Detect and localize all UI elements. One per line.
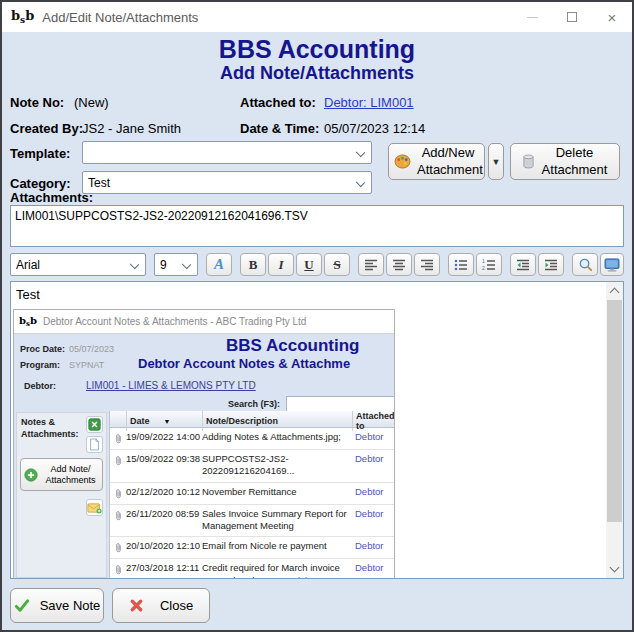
maximize-button[interactable] — [552, 2, 592, 32]
created-by-value: JS2 - Jane Smith — [82, 121, 181, 136]
table-row[interactable]: 20/10/2020 12:10 Email from Nicole re pa… — [110, 537, 394, 559]
mail-plus-icon — [87, 502, 102, 514]
note-editor[interactable]: Test bsb Debtor Account Notes & Attachme… — [10, 281, 624, 579]
embedded-titlebar: bsb Debtor Account Notes & Attachments -… — [14, 310, 394, 334]
attached-to-link[interactable]: Debtor — [355, 508, 384, 519]
notes-attachments-label: Notes & Attachments: — [21, 417, 79, 440]
note-description: November Remittance — [202, 486, 352, 500]
attachments-list[interactable]: LIM001\SUPPCOSTS2-JS2-20220912162041696.… — [10, 205, 624, 247]
embedded-body: Proc Date: 05/07/2023 Program: SYPNAT BB… — [14, 335, 394, 578]
magnifier-icon — [578, 257, 593, 272]
note-body-text: Test — [16, 287, 40, 302]
new-document-button[interactable] — [86, 436, 103, 453]
note-date: 15/09/2022 09:38 — [126, 453, 202, 478]
add-attachment-dropdown-button[interactable]: ▼ — [488, 143, 504, 180]
screen-view-button[interactable] — [600, 253, 624, 276]
attached-to-link[interactable]: Debtor — [355, 453, 384, 464]
paperclip-icon — [110, 431, 126, 445]
scroll-down-button[interactable] — [606, 561, 623, 578]
chevron-down-icon — [182, 260, 191, 269]
table-row[interactable]: 15/09/2022 09:38 SUPPCOSTS2-JS2-20220912… — [110, 450, 394, 483]
attached-to-label: Attached to: — [240, 95, 316, 110]
check-icon — [14, 598, 30, 613]
paperclip-icon — [110, 540, 126, 554]
attachment-item[interactable]: LIM001\SUPPCOSTS2-JS2-20220912162041696.… — [15, 209, 308, 223]
note-description: SUPPCOSTS2-JS2-2022091216204169... — [202, 453, 352, 478]
align-center-icon — [392, 259, 406, 271]
close-dialog-button[interactable]: Close — [112, 588, 210, 623]
maximize-icon — [567, 12, 577, 22]
category-value: Test — [88, 176, 110, 190]
note-date: 19/09/2022 14:00 — [126, 431, 202, 445]
indent-button[interactable] — [538, 253, 564, 276]
table-row[interactable]: 19/09/2022 14:00 Adding Notes & Attachme… — [110, 428, 394, 450]
align-center-button[interactable] — [386, 253, 412, 276]
note-no-label: Note No: — [10, 95, 64, 110]
italic-button[interactable]: I — [268, 253, 294, 276]
scroll-up-button[interactable] — [606, 282, 623, 299]
paperclip-icon — [110, 486, 126, 500]
table-row[interactable]: 02/12/2020 10:12 November Remittance Deb… — [110, 483, 394, 505]
attached-to-link[interactable]: Debtor — [355, 562, 384, 573]
debtor-link[interactable]: LIM001 - LIMES & LEMONS PTY LTD — [86, 380, 256, 391]
zoom-button[interactable] — [572, 253, 598, 276]
search-input[interactable] — [286, 396, 395, 412]
template-label: Template: — [10, 146, 70, 161]
created-by-label: Created By: — [10, 121, 83, 136]
note-description: Adding Notes & Attachments.jpg; — [202, 431, 352, 445]
numbered-list-button[interactable]: 12 — [476, 253, 502, 276]
embedded-sidebar: Notes & Attachments: Add Note/ Attachmen… — [16, 412, 107, 578]
palette-icon — [394, 154, 411, 169]
add-note-attachments-button[interactable]: Add Note/ Attachments — [20, 458, 103, 491]
font-style-button[interactable]: A — [206, 253, 232, 276]
note-no-value: (New) — [74, 95, 109, 110]
align-right-button[interactable] — [414, 253, 440, 276]
sort-descending-icon: ▼ — [164, 418, 171, 425]
attached-to-column-header[interactable]: Attached to — [352, 411, 395, 431]
svg-text:2: 2 — [482, 265, 485, 271]
excel-icon — [88, 418, 101, 431]
paperclip-column-header[interactable] — [110, 411, 126, 431]
window-title: Add/Edit Note/Attachments — [42, 10, 198, 25]
description-column-header[interactable]: Note/Description — [202, 411, 352, 431]
email-attach-button[interactable] — [86, 499, 103, 516]
app-title: BBS Accounting — [2, 35, 632, 64]
date-column-header[interactable]: Date▼ — [126, 411, 202, 431]
bullet-list-button[interactable] — [448, 253, 474, 276]
table-row[interactable]: 27/03/2018 12:11 Credit required for Mar… — [110, 559, 394, 578]
add-new-attachment-button[interactable]: Add/New Attachment — [388, 143, 485, 180]
datetime-value: 05/07/2023 12:14 — [324, 121, 425, 136]
chevron-down-icon — [356, 178, 365, 187]
outdent-button[interactable] — [510, 253, 536, 276]
font-family-select[interactable]: Arial — [10, 253, 146, 276]
font-size-value: 9 — [160, 258, 167, 272]
numbered-list-icon: 12 — [482, 259, 496, 271]
titlebar: bsb Add/Edit Note/Attachments × — [2, 2, 632, 32]
paperclip-icon — [110, 453, 126, 478]
close-button[interactable]: × — [592, 2, 632, 32]
dialog-subtitle: Add Note/Attachments — [2, 63, 632, 84]
export-excel-button[interactable] — [86, 416, 103, 433]
category-select[interactable]: Test — [82, 171, 372, 194]
note-date: 27/03/2018 12:11 — [126, 562, 202, 578]
chevron-down-icon — [356, 148, 365, 157]
align-left-button[interactable] — [358, 253, 384, 276]
template-select[interactable] — [82, 141, 372, 164]
note-date: 26/11/2020 08:59 — [126, 508, 202, 533]
bold-button[interactable]: B — [240, 253, 266, 276]
scrollbar-thumb[interactable] — [607, 300, 622, 522]
table-row[interactable]: 26/11/2020 08:59 Sales Invoice Summary R… — [110, 505, 394, 538]
attached-to-link[interactable]: Debtor — [355, 486, 384, 497]
font-size-select[interactable]: 9 — [154, 253, 198, 276]
minimize-button[interactable] — [512, 2, 552, 32]
note-description: Credit required for March invoice to mat… — [202, 562, 352, 578]
delete-attachment-button[interactable]: Delete Attachment — [510, 143, 620, 180]
attached-to-link[interactable]: Debtor — [355, 431, 384, 442]
attached-to-link[interactable]: Debtor: LIM001 — [324, 95, 414, 110]
dropdown-arrow-icon: ▼ — [492, 157, 501, 167]
attached-to-link[interactable]: Debtor — [355, 540, 384, 551]
strikethrough-button[interactable]: S — [324, 253, 350, 276]
underline-button[interactable]: U — [296, 253, 322, 276]
editor-scrollbar[interactable] — [606, 282, 623, 578]
save-note-button[interactable]: Save Note — [10, 588, 104, 623]
